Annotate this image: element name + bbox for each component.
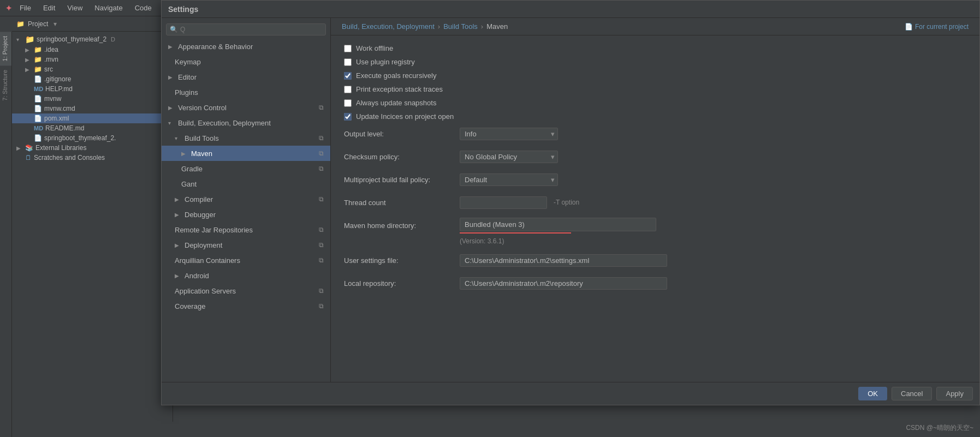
plugin-registry-checkbox[interactable] — [344, 58, 352, 66]
src-label: src — [44, 65, 53, 73]
arrow-icon: ▾ — [168, 120, 175, 126]
settings-item-app-servers[interactable]: Application Servers ⧉ — [162, 283, 330, 298]
compiler-label: Compiler — [185, 195, 213, 203]
update-indices-checkbox[interactable] — [344, 113, 352, 121]
dropdown-icon[interactable]: ▾ — [54, 20, 57, 28]
tree-mvn[interactable]: ▶ 📁 .mvn — [12, 55, 173, 64]
multiproject-select[interactable]: Default Fail Fast Fail At End Never Fail — [460, 173, 558, 186]
root-folder-icon: 📁 — [25, 35, 34, 44]
tree-mvnw-cmd[interactable]: ▶ 📄 mvnw.cmd — [12, 104, 173, 113]
copy-icon: ⧉ — [319, 195, 324, 203]
settings-item-remote-jar[interactable]: Remote Jar Repositories ⧉ — [162, 222, 330, 237]
settings-item-compiler[interactable]: ▶ Compiler ⧉ — [162, 191, 330, 207]
apply-button[interactable]: Apply — [936, 387, 973, 400]
search-input[interactable] — [180, 26, 322, 33]
settings-item-deployment[interactable]: ▶ Deployment ⧉ — [162, 237, 330, 253]
copy-icon: ⧉ — [319, 256, 324, 264]
settings-item-maven[interactable]: ▶ Maven ⧉ — [162, 146, 330, 161]
settings-item-build[interactable]: ▾ Build, Execution, Deployment — [162, 115, 330, 130]
checkbox-work-offline: Work offline — [344, 44, 966, 52]
menu-file[interactable]: File — [15, 3, 35, 13]
settings-item-android[interactable]: ▶ Android — [162, 268, 330, 283]
breadcrumb-action[interactable]: 📄 For current project — [905, 23, 969, 31]
mvnw-cmd-icon: 📄 — [34, 105, 42, 112]
settings-item-plugins[interactable]: Plugins — [162, 85, 330, 100]
tree-idea[interactable]: ▶ 📁 .idea — [12, 45, 173, 55]
watermark: CSDN @~晴朗的天空~ — [906, 423, 973, 433]
panel-header: 📁 Project ▾ — [12, 16, 173, 32]
settings-item-version-control[interactable]: ▶ Version Control ⧉ — [162, 100, 330, 115]
copy-icon: ⧉ — [319, 241, 324, 249]
tree-help[interactable]: ▶ MD HELP.md — [12, 84, 173, 94]
copy-icon: ⧉ — [319, 226, 324, 234]
settings-item-editor[interactable]: ▶ Editor — [162, 69, 330, 85]
plugin-registry-label: Use plugin registry — [356, 58, 415, 66]
side-label-structure[interactable]: 7: Structure — [0, 65, 11, 105]
maven-home-row: Maven home directory: (Version: 3.6.1) — [344, 218, 966, 245]
build-label: Build, Execution, Deployment — [178, 119, 271, 127]
page-icon: 📄 — [905, 23, 913, 31]
settings-item-debugger[interactable]: ▶ Debugger — [162, 207, 330, 222]
update-indices-label: Update Incices on project open — [356, 112, 454, 121]
settings-item-appearance[interactable]: ▶ Appearance & Behavior — [162, 39, 330, 54]
maven-home-label: Maven home directory: — [344, 222, 453, 230]
checksum-policy-row: Checksum policy: No Global Policy Fail W… — [344, 149, 966, 164]
external-label: External Libraries — [35, 144, 86, 152]
pom-icon: 📄 — [34, 115, 42, 122]
coverage-label: Coverage — [175, 302, 205, 310]
tree-readme[interactable]: ▶ MD README.md — [12, 123, 173, 133]
app-logo: ✦ — [5, 4, 12, 13]
gant-label: Gant — [181, 180, 197, 188]
thread-count-input[interactable] — [460, 196, 547, 209]
thread-count-row: Thread count -T option — [344, 195, 966, 210]
cancel-button[interactable]: Cancel — [892, 387, 932, 400]
checkbox-update-indices: Update Incices on project open — [344, 112, 966, 121]
output-level-row: Output level: Debug Info Warn Error — [344, 126, 966, 141]
settings-item-build-tools[interactable]: ▾ Build Tools ⧉ — [162, 130, 330, 146]
tree-pom[interactable]: ▶ 📄 pom.xml — [12, 113, 173, 123]
settings-item-gradle[interactable]: Gradle ⧉ — [162, 161, 330, 176]
gitignore-label: .gitignore — [44, 75, 71, 83]
tree-external[interactable]: ▶ 📚 External Libraries — [12, 143, 173, 153]
help-label: HELP.md — [45, 85, 73, 93]
settings-title: Settings — [168, 5, 198, 14]
menu-code[interactable]: Code — [130, 3, 156, 13]
tree-src[interactable]: ▶ 📁 src — [12, 64, 173, 74]
checksum-policy-select[interactable]: No Global Policy Fail Warn — [460, 151, 558, 163]
output-level-select[interactable]: Debug Info Warn Error — [460, 128, 558, 140]
settings-item-arquillian[interactable]: Arquillian Containers ⧉ — [162, 253, 330, 268]
menu-navigate[interactable]: Navigate — [90, 3, 127, 13]
user-settings-row: User settings file: — [344, 253, 966, 268]
local-repo-input[interactable] — [460, 277, 667, 290]
tree-mvnw[interactable]: ▶ 📄 mvnw — [12, 94, 173, 104]
print-stack-checkbox[interactable] — [344, 86, 352, 93]
menu-edit[interactable]: Edit — [39, 3, 60, 13]
update-snapshots-checkbox[interactable] — [344, 99, 352, 107]
multiproject-label: Multiproject build fail policy: — [344, 176, 453, 184]
arrow-icon: ▶ — [181, 151, 188, 157]
work-offline-checkbox[interactable] — [344, 45, 352, 52]
side-labels: 1: Project 7: Structure — [0, 32, 12, 437]
menu-view[interactable]: View — [63, 3, 87, 13]
checkbox-execute-goals: Execute goals recursively — [344, 71, 966, 80]
copy-icon: ⧉ — [319, 302, 324, 310]
execute-goals-checkbox[interactable] — [344, 72, 352, 80]
side-label-project[interactable]: 1: Project — [0, 32, 11, 65]
current-project-label: For current project — [915, 23, 969, 31]
pom-label: pom.xml — [44, 115, 69, 122]
tree-scratches[interactable]: ▶ 🗒 Scratches and Consoles — [12, 153, 173, 163]
tree-gitignore[interactable]: ▶ 📄 .gitignore — [12, 74, 173, 84]
maven-home-input[interactable] — [460, 218, 656, 231]
tree-root[interactable]: ▾ 📁 springboot_thymeleaf_2 D — [12, 34, 173, 45]
ok-button[interactable]: OK — [858, 387, 887, 400]
breadcrumb-sep2: › — [481, 22, 483, 31]
tree-springboot[interactable]: ▶ 📄 springboot_thymeleaf_2. — [12, 133, 173, 143]
settings-item-coverage[interactable]: Coverage ⧉ — [162, 298, 330, 314]
user-settings-input[interactable] — [460, 254, 667, 267]
springboot-icon: 📄 — [34, 134, 42, 142]
settings-item-keymap[interactable]: Keymap — [162, 54, 330, 69]
search-box[interactable]: 🔍 — [166, 23, 326, 35]
arrow-icon: ▶ — [168, 74, 175, 80]
folder-icon: 📁 — [16, 20, 25, 28]
settings-item-gant[interactable]: Gant — [162, 176, 330, 191]
